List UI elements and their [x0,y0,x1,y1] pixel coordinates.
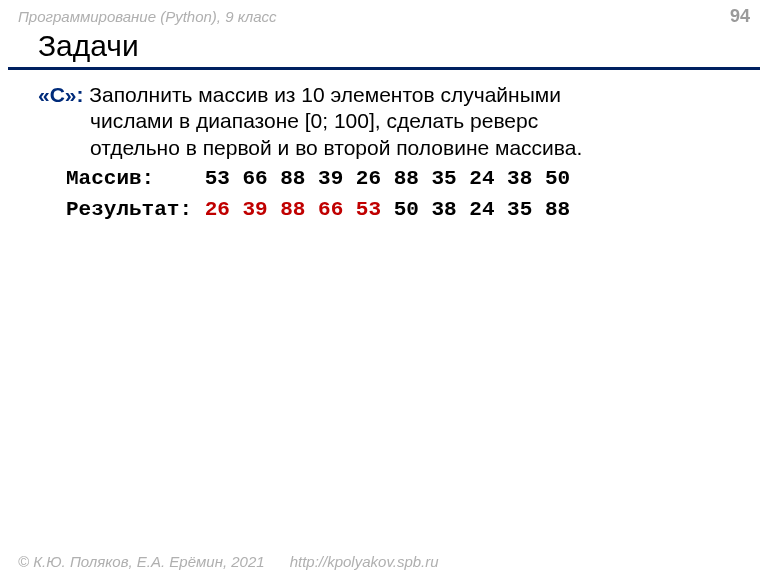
course-title: Программирование (Python), 9 класс [18,8,277,25]
footer-url: http://kpolyakov.spb.ru [290,553,439,570]
result-label: Результат: [66,198,192,221]
task-text-line3: отдельно в первой и во второй половине м… [38,135,738,161]
footer: © К.Ю. Поляков, Е.А. Ерёмин, 2021 http:/… [18,553,750,570]
input-label: Массив: [66,167,192,190]
task-text-line1: Заполнить массив из 10 элементов случайн… [84,83,561,106]
footer-copyright: © К.Ю. Поляков, Е.А. Ерёмин, 2021 [18,553,265,570]
header-bar: Программирование (Python), 9 класс 94 [0,0,768,27]
example-input-row: Массив: 53 66 88 39 26 88 35 24 38 50 [38,165,738,192]
task-text-line2: числами в диапазоне [0; 100], сделать ре… [38,108,738,134]
task-label: «C»: [38,83,84,106]
page-number: 94 [730,6,750,27]
page-title: Задачи [8,27,760,70]
result-first-half: 26 39 88 66 53 [192,198,381,221]
task-block: «C»: Заполнить массив из 10 элементов сл… [38,82,738,161]
input-values: 53 66 88 39 26 88 35 24 38 50 [192,167,570,190]
content-area: «C»: Заполнить массив из 10 элементов сл… [0,82,768,223]
example-result-row: Результат: 26 39 88 66 53 50 38 24 35 88 [38,196,738,223]
result-second-half: 50 38 24 35 88 [381,198,570,221]
